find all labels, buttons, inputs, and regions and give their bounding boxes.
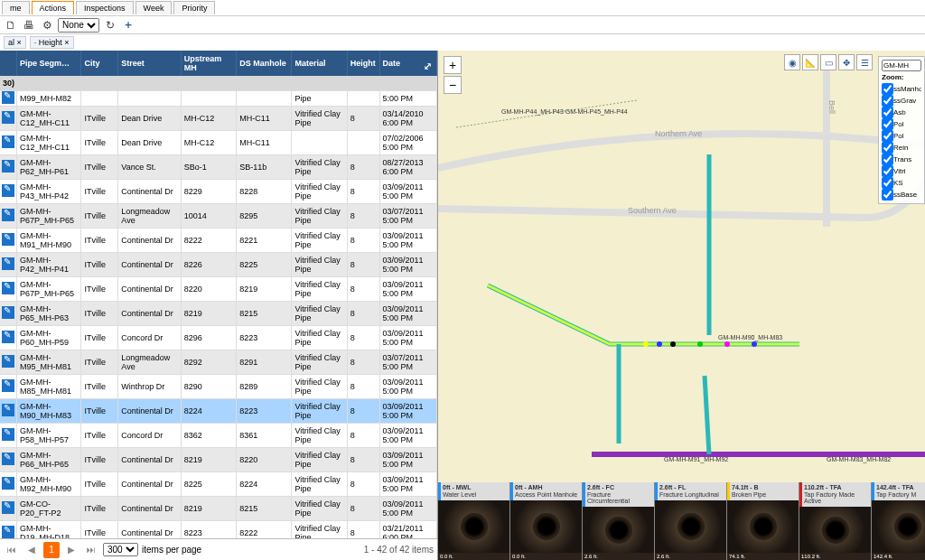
col-header[interactable]: City xyxy=(81,51,118,76)
edit-cell[interactable] xyxy=(0,131,16,155)
observation-thumb[interactable]: 142.4ft - TFATap Factory M142.4 ft. xyxy=(872,482,925,560)
table-row[interactable]: GM-MH-P67P_MH-P65ITvilleContinental Dr82… xyxy=(0,277,437,302)
pencil-icon[interactable] xyxy=(2,306,14,319)
observation-thumb[interactable]: 0ft - AMHAccess Point Manhole0.0 ft. xyxy=(510,482,583,560)
refresh-icon[interactable]: ↻ xyxy=(103,18,117,33)
pencil-icon[interactable] xyxy=(2,282,14,294)
edit-cell[interactable] xyxy=(0,229,16,253)
edit-cell[interactable] xyxy=(0,302,16,326)
table-row[interactable]: GM-MH-M90_MH-M83ITvilleContinental Dr822… xyxy=(0,399,437,424)
add-icon[interactable]: ＋ xyxy=(121,18,135,33)
table-row[interactable]: GM-MH-P66_MH-P65ITvilleContinental Dr821… xyxy=(0,448,437,472)
pencil-icon[interactable] xyxy=(2,257,14,270)
table-row[interactable]: GM-MH-D19_MH-D18ITvilleContinental Dr822… xyxy=(0,521,437,539)
pencil-icon[interactable] xyxy=(2,428,14,441)
filter-chip[interactable]: · Height × xyxy=(30,36,74,49)
edit-cell[interactable] xyxy=(0,350,16,375)
layer-checkbox[interactable] xyxy=(882,83,893,95)
col-header[interactable]: Material xyxy=(292,51,347,76)
first-page-icon[interactable]: ⏮ xyxy=(4,542,20,558)
layer-checkbox[interactable] xyxy=(882,142,893,154)
map-panel[interactable]: Northern Ave Southern Ave Bell GM-MH-P44… xyxy=(438,51,925,560)
print-icon[interactable]: 🖶 xyxy=(22,18,36,33)
edit-cell[interactable] xyxy=(0,521,16,539)
pencil-icon[interactable] xyxy=(2,404,14,416)
edit-cell[interactable] xyxy=(0,424,16,448)
edit-cell[interactable] xyxy=(0,472,16,497)
layer-toggle[interactable]: KS xyxy=(882,177,921,189)
pencil-icon[interactable] xyxy=(2,331,14,343)
table-row[interactable]: GM-MH-P67P_MH-P65ITvilleLongmeadow Ave10… xyxy=(0,204,437,229)
observation-thumb[interactable]: 110.2ft - TFATap Factory Made Active110.… xyxy=(799,482,872,560)
expand-icon[interactable]: ⤢ xyxy=(424,61,432,72)
layer-toggle[interactable]: Trans xyxy=(882,154,921,165)
edit-cell[interactable] xyxy=(0,375,16,399)
map-tool-layers-icon[interactable]: ☰ xyxy=(856,54,873,70)
layer-toggle[interactable]: ssBase xyxy=(882,189,921,201)
edit-cell[interactable] xyxy=(0,253,16,277)
layer-checkbox[interactable] xyxy=(882,118,893,130)
edit-cell[interactable] xyxy=(0,91,16,107)
pencil-icon[interactable] xyxy=(2,453,14,465)
layer-checkbox[interactable] xyxy=(882,130,893,142)
toolbar-dropdown[interactable]: None xyxy=(58,18,99,33)
prev-page-icon[interactable]: ◀ xyxy=(23,542,40,558)
layer-checkbox[interactable] xyxy=(882,165,893,177)
pencil-icon[interactable] xyxy=(2,160,14,173)
layer-toggle[interactable]: ssManhol xyxy=(882,83,921,95)
col-header[interactable]: DS Manhole xyxy=(237,51,292,76)
table-row[interactable]: GM-MH-M92_MH-M90ITvilleContinental Dr822… xyxy=(0,472,437,497)
zoom-in-button[interactable]: + xyxy=(444,56,462,74)
pencil-icon[interactable] xyxy=(2,477,14,490)
settings-icon[interactable]: ⚙ xyxy=(40,18,54,33)
map-tool-identify-icon[interactable]: ◉ xyxy=(784,54,800,70)
table-row[interactable]: GM-MH-P42_MH-P41ITvilleContinental Dr822… xyxy=(0,253,437,277)
table-row[interactable]: GM-MH-P43_MH-P42ITvilleContinental Dr822… xyxy=(0,180,437,204)
edit-cell[interactable] xyxy=(0,204,16,229)
layer-toggle[interactable]: Pol xyxy=(882,118,921,130)
tab-priority[interactable]: Priority xyxy=(173,1,215,14)
page-number[interactable]: 1 xyxy=(43,542,60,558)
col-header[interactable]: Date⤢ xyxy=(379,51,436,76)
table-row[interactable]: GM-MH-P58_MH-P57ITvilleConcord Dr8362836… xyxy=(0,424,437,448)
layer-toggle[interactable]: Pol xyxy=(882,130,921,142)
pencil-icon[interactable] xyxy=(2,91,14,104)
pencil-icon[interactable] xyxy=(2,135,14,148)
layer-checkbox[interactable] xyxy=(882,107,893,118)
edit-cell[interactable] xyxy=(0,497,16,521)
edit-cell[interactable] xyxy=(0,107,16,131)
map-tool-select-icon[interactable]: ▭ xyxy=(820,54,836,70)
tab-me[interactable]: me xyxy=(2,1,30,14)
col-header[interactable]: Height xyxy=(347,51,379,76)
table-row[interactable]: GM-MH-P65_MH-P63ITvilleContinental Dr821… xyxy=(0,302,437,326)
table-row[interactable]: GM-MH-M91_MH-M90ITvilleContinental Dr822… xyxy=(0,229,437,253)
table-row[interactable]: GM-CO-P20_FT-P2ITvilleContinental Dr8219… xyxy=(0,497,437,521)
table-row[interactable]: GM-MH-P62_MH-P61ITvilleVance St.SBo-1SB-… xyxy=(0,155,437,180)
map-tool-pan-icon[interactable]: ✥ xyxy=(838,54,855,70)
pencil-icon[interactable] xyxy=(2,233,14,246)
table-row[interactable]: GM-MH-M85_MH-M81ITvilleWinthrop Dr829082… xyxy=(0,375,437,399)
map-tool-measure-icon[interactable]: 📐 xyxy=(802,54,818,70)
layer-checkbox[interactable] xyxy=(882,154,893,165)
edit-cell[interactable] xyxy=(0,326,16,350)
pencil-icon[interactable] xyxy=(2,501,14,514)
pencil-icon[interactable] xyxy=(2,184,14,197)
pencil-icon[interactable] xyxy=(2,355,14,368)
page-size-select[interactable]: 300 xyxy=(103,543,138,556)
pencil-icon[interactable] xyxy=(2,111,14,124)
observation-thumb[interactable]: 2.6ft - FCFracture Circumferential2.6 ft… xyxy=(583,482,655,560)
edit-cell[interactable] xyxy=(0,180,16,204)
zoom-out-button[interactable]: − xyxy=(444,76,462,94)
table-row[interactable]: GM-MH-M95_MH-M81ITvilleLongmeadow Ave829… xyxy=(0,350,437,375)
layer-checkbox[interactable] xyxy=(882,177,893,189)
edit-cell[interactable] xyxy=(0,155,16,180)
table-row[interactable]: GM-MH-C12_MH-C11ITvilleDean DriveMH-C12M… xyxy=(0,107,437,131)
table-row[interactable]: GM-MH-P60_MH-P59ITvilleConcord Dr8296822… xyxy=(0,326,437,350)
last-page-icon[interactable]: ⏭ xyxy=(83,542,99,558)
col-header[interactable] xyxy=(0,51,16,76)
col-header[interactable]: Upstream MH xyxy=(181,51,236,76)
edit-cell[interactable] xyxy=(0,399,16,424)
edit-cell[interactable] xyxy=(0,277,16,302)
layer-checkbox[interactable] xyxy=(882,95,893,107)
next-page-icon[interactable]: ▶ xyxy=(63,542,79,558)
